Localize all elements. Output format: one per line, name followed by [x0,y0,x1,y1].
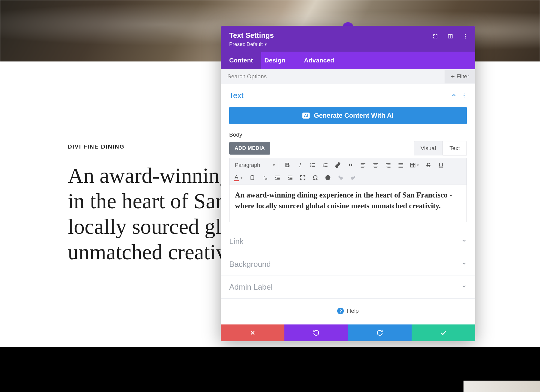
caret-down-icon: ▼ [264,42,268,47]
svg-rect-21 [361,167,364,168]
svg-rect-46 [277,178,280,179]
svg-rect-9 [312,165,315,165]
emoji-icon[interactable] [322,173,333,183]
align-justify-icon[interactable] [395,160,406,170]
clear-formatting-icon[interactable]: T [260,173,270,183]
modal-tabs: Content Design Advanced [221,52,475,69]
tab-design[interactable]: Design [264,52,296,69]
chevron-down-icon [461,284,467,291]
svg-rect-34 [411,163,415,167]
section-menu-icon[interactable] [461,92,467,100]
italic-icon[interactable]: I [295,160,305,170]
help-label: Help [347,308,358,314]
section-background-header[interactable]: Background [221,253,475,276]
preset-label: Preset: [229,41,245,47]
svg-point-10 [310,166,311,167]
blockquote-icon[interactable] [345,160,356,170]
svg-point-0 [465,34,466,35]
modal-header-actions [432,33,469,40]
section-background-title: Background [229,260,461,269]
paragraph-format-select[interactable]: Paragraph ▼ [232,160,279,170]
editor-mode-tabs: Visual Text [414,141,467,155]
section-link: Link [221,230,475,253]
kebab-menu-icon[interactable] [462,33,469,40]
plus-icon: + [451,73,455,80]
editor-body-text: An award-winning dining experience in th… [235,190,461,212]
text-settings-modal: Text Settings Preset: Default ▼ Content … [221,26,475,341]
svg-rect-18 [361,163,365,164]
svg-rect-30 [398,163,403,164]
svg-point-54 [326,176,330,180]
section-admin-label: Admin Label [221,276,475,299]
section-admin-label-header[interactable]: Admin Label [221,276,475,298]
body-field-label: Body [229,131,467,138]
editor-content-area[interactable]: An award-winning dining experience in th… [229,185,467,222]
svg-rect-31 [398,164,403,165]
svg-point-5 [464,96,465,97]
paste-text-icon[interactable] [247,173,258,183]
align-right-icon[interactable] [383,160,394,170]
section-link-header[interactable]: Link [221,230,475,253]
section-text-header[interactable]: Text [221,84,475,107]
svg-rect-11 [312,166,315,167]
svg-rect-50 [290,177,292,178]
bullet-list-icon[interactable] [307,160,318,170]
preset-selector[interactable]: Preset: Default ▼ [229,41,467,47]
page-eyebrow: DIVI FINE DINING [68,143,124,150]
save-button[interactable] [412,324,475,341]
section-link-title: Link [229,237,461,246]
svg-point-2 [465,38,466,38]
table-icon[interactable]: ▼ [408,160,421,170]
modal-header: Text Settings Preset: Default ▼ [221,26,475,52]
tab-advanced[interactable]: Advanced [304,52,344,69]
redo-icon[interactable] [348,173,358,183]
add-media-button[interactable]: ADD MEDIA [229,142,270,155]
editor-mode-text[interactable]: Text [442,141,467,155]
search-input[interactable] [221,69,445,84]
link-icon[interactable] [332,160,343,170]
svg-rect-27 [387,164,390,165]
chevron-up-icon[interactable] [451,92,457,99]
text-color-icon[interactable]: A ▼ [232,173,245,183]
modal-footer [221,324,475,341]
section-text: Text AI Generate Content With AI Body [221,84,475,230]
align-left-icon[interactable] [358,160,368,170]
snap-panel-icon[interactable] [447,33,454,40]
svg-rect-49 [288,176,292,176]
search-filter-row: + Filter [221,69,475,84]
expand-icon[interactable] [432,33,439,40]
modal-drag-handle[interactable]: ⋯ [221,20,475,26]
special-character-icon[interactable]: Ω [310,173,321,183]
svg-rect-24 [373,166,378,167]
bold-icon[interactable]: B [282,160,293,170]
underline-icon[interactable]: U [436,160,446,170]
indent-icon[interactable] [285,173,296,183]
cancel-button[interactable] [221,324,284,341]
svg-rect-7 [312,163,315,164]
modal-title: Text Settings [229,31,467,40]
svg-rect-17 [324,166,327,167]
editor-mode-visual[interactable]: Visual [414,141,442,155]
outdent-icon[interactable] [272,173,283,183]
svg-point-56 [328,177,329,178]
svg-rect-33 [398,167,403,168]
numbered-list-icon[interactable]: 123 [320,160,331,170]
strikethrough-icon[interactable]: S [423,160,434,170]
redo-changes-button[interactable] [348,324,412,341]
undo-changes-button[interactable] [284,324,348,341]
svg-point-6 [310,163,311,164]
undo-icon[interactable] [335,173,346,183]
generate-ai-label: Generate Content With AI [314,112,393,119]
filter-button[interactable]: + Filter [445,70,475,83]
align-center-icon[interactable] [370,160,381,170]
tab-content[interactable]: Content [221,52,261,69]
svg-rect-20 [361,166,365,167]
help-icon: ? [337,308,344,314]
section-text-title: Text [229,91,451,100]
caret-down-icon: ▼ [272,163,276,167]
svg-point-1 [465,36,466,37]
help-link[interactable]: ? Help [221,299,475,324]
generate-ai-button[interactable]: AI Generate Content With AI [229,107,467,124]
svg-rect-44 [275,176,280,176]
fullscreen-icon[interactable] [297,173,308,183]
